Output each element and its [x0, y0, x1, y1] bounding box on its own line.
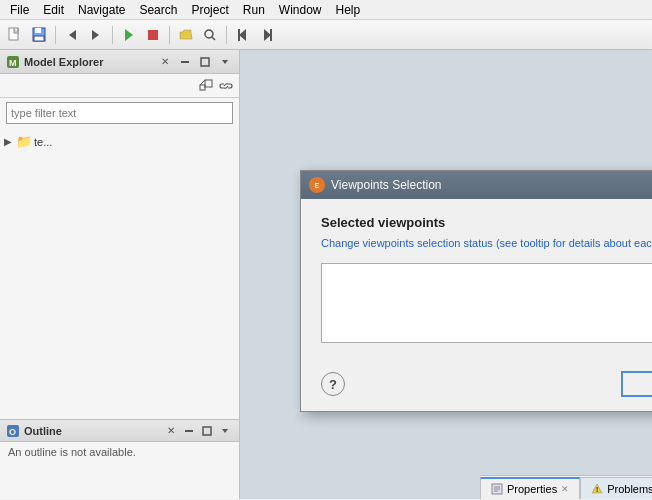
model-explorer-min-btn[interactable]	[177, 54, 193, 70]
svg-rect-20	[200, 85, 205, 90]
toolbar-sep-2	[112, 26, 113, 44]
help-button[interactable]: ?	[321, 372, 345, 396]
viewpoints-dialog: E Viewpoints Selection Selected view	[300, 170, 652, 412]
explorer-toolbar	[0, 74, 239, 98]
svg-point-9	[205, 30, 213, 38]
dialog-section-title: Selected viewpoints	[321, 215, 652, 230]
dialog-footer: ? OK Cancel	[301, 367, 652, 411]
tree-item-label: te...	[34, 136, 52, 148]
model-explorer-max-btn[interactable]	[197, 54, 213, 70]
dialog-title: Viewpoints Selection	[331, 178, 652, 192]
svg-line-22	[200, 80, 205, 85]
toolbar-open-btn[interactable]	[175, 24, 197, 46]
svg-marker-6	[92, 30, 99, 40]
menu-edit[interactable]: Edit	[37, 1, 70, 19]
svg-marker-5	[69, 30, 76, 40]
outline-header: O Outline ✕	[0, 420, 239, 442]
svg-marker-19	[222, 60, 228, 64]
menu-window[interactable]: Window	[273, 1, 328, 19]
toolbar-run-btn[interactable]	[118, 24, 140, 46]
svg-text:E: E	[315, 182, 320, 189]
model-explorer-title: Model Explorer	[24, 56, 153, 68]
toolbar-new-btn[interactable]	[4, 24, 26, 46]
outline-collapse-btn[interactable]	[181, 423, 197, 439]
outline-panel: O Outline ✕ An outline is no	[0, 419, 239, 499]
toolbar-save-btn[interactable]	[28, 24, 50, 46]
toolbar-sep-3	[169, 26, 170, 44]
outline-message: An outline is not available.	[8, 446, 136, 458]
toolbar-sep-1	[55, 26, 56, 44]
toolbar-stop-btn[interactable]	[142, 24, 164, 46]
dialog-body: Selected viewpoints Change viewpoints se…	[301, 199, 652, 367]
svg-rect-8	[148, 30, 158, 40]
outline-max-btn[interactable]	[199, 423, 215, 439]
outline-icon: O	[6, 424, 20, 438]
dialog-buttons: OK Cancel	[621, 371, 652, 397]
right-panel: Properties ✕ ! Problems E Viewpoints Sel…	[240, 50, 652, 499]
explorer-collapse-btn[interactable]	[197, 77, 215, 95]
toolbar-search-btn[interactable]	[199, 24, 221, 46]
menu-file[interactable]: File	[4, 1, 35, 19]
svg-marker-13	[264, 29, 271, 41]
svg-rect-26	[203, 427, 211, 435]
tree-item-root[interactable]: ▶ 📁 te...	[4, 132, 235, 151]
svg-rect-4	[34, 36, 44, 41]
outline-toolbar: ✕	[163, 423, 233, 439]
svg-rect-18	[201, 58, 209, 66]
svg-rect-12	[238, 29, 240, 41]
svg-text:O: O	[9, 427, 16, 437]
svg-rect-21	[205, 80, 212, 87]
main-layout: M Model Explorer ✕ ▶	[0, 50, 652, 499]
menu-help[interactable]: Help	[330, 1, 367, 19]
menu-search[interactable]: Search	[133, 1, 183, 19]
toolbar-sep-4	[226, 26, 227, 44]
explorer-link-btn[interactable]	[217, 77, 235, 95]
dialog-listbox[interactable]	[321, 263, 652, 343]
menu-bar: File Edit Navigate Search Project Run Wi…	[0, 0, 652, 20]
menu-project[interactable]: Project	[185, 1, 234, 19]
dialog-titlebar: E Viewpoints Selection	[301, 171, 652, 199]
tree-item-icon: 📁	[16, 134, 32, 149]
dialog-app-icon: E	[309, 177, 325, 193]
ok-button[interactable]: OK	[621, 371, 652, 397]
svg-text:M: M	[9, 58, 17, 68]
toolbar-next-btn[interactable]	[256, 24, 278, 46]
svg-rect-17	[181, 61, 189, 63]
left-panel: M Model Explorer ✕ ▶	[0, 50, 240, 499]
svg-rect-14	[270, 29, 272, 41]
tree-area: ▶ 📁 te...	[0, 128, 239, 419]
dialog-description: Change viewpoints selection status (see …	[321, 236, 652, 251]
menu-navigate[interactable]: Navigate	[72, 1, 131, 19]
svg-rect-3	[35, 28, 41, 33]
toolbar-forward-btn[interactable]	[85, 24, 107, 46]
svg-marker-7	[125, 29, 133, 41]
toolbar-prev-btn[interactable]	[232, 24, 254, 46]
svg-rect-25	[185, 430, 193, 432]
model-explorer-menu-btn[interactable]	[217, 54, 233, 70]
dialog-overlay: E Viewpoints Selection Selected view	[240, 50, 652, 499]
svg-marker-27	[222, 429, 228, 433]
toolbar-back-btn[interactable]	[61, 24, 83, 46]
outline-close-x[interactable]: ✕	[163, 423, 179, 439]
outline-content: An outline is not available.	[0, 442, 239, 462]
svg-marker-11	[239, 29, 246, 41]
toolbar	[0, 20, 652, 50]
tree-arrow[interactable]: ▶	[4, 136, 14, 147]
model-explorer-close-x[interactable]: ✕	[157, 54, 173, 70]
model-explorer-icon: M	[6, 55, 20, 69]
svg-line-10	[212, 37, 215, 40]
menu-run[interactable]: Run	[237, 1, 271, 19]
model-explorer-header: M Model Explorer ✕	[0, 50, 239, 74]
outline-title: Outline	[24, 425, 159, 437]
filter-input[interactable]	[6, 102, 233, 124]
outline-menu-btn[interactable]	[217, 423, 233, 439]
